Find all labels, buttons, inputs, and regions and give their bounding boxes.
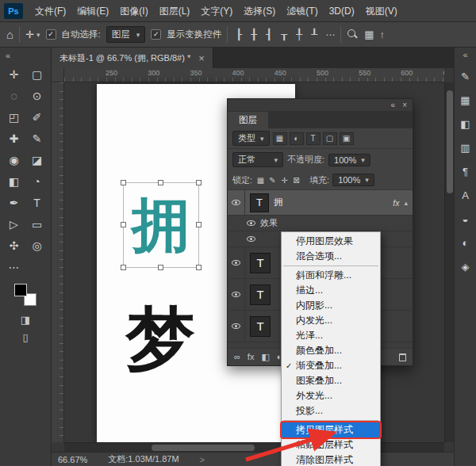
context-menu-item[interactable]: 内发光... (282, 313, 380, 328)
document-tab[interactable]: 未标题-1 @ 66.7% (拥, RGB/8#) * × (52, 48, 213, 68)
eraser-tool-icon[interactable]: ◪ (25, 149, 48, 170)
text-layer-thumbnail[interactable]: T (250, 316, 271, 337)
lock-transparent-pixels-icon[interactable]: ▦ (255, 176, 266, 185)
context-menu-item[interactable]: 斜面和浮雕... (282, 268, 380, 283)
opacity-dropdown[interactable]: 100% ▾ (328, 154, 370, 166)
scrollbar-thumb[interactable] (152, 445, 255, 451)
context-menu-item[interactable]: 投影... (282, 403, 380, 418)
context-menu-item[interactable]: 粘贴图层样式 (282, 437, 380, 453)
vertical-scrollbar[interactable] (444, 82, 454, 442)
effects-row[interactable]: 效果 (228, 216, 413, 231)
align-right-icon[interactable]: ┨ (263, 29, 274, 40)
context-menu-item[interactable]: 内阴影... (282, 298, 380, 313)
layer-style-icon[interactable]: fx (248, 352, 255, 362)
menu-item[interactable]: 选择(S) (238, 0, 281, 22)
transform-handle[interactable] (196, 222, 202, 227)
adjustments-panel-icon[interactable]: ◐ (456, 233, 475, 253)
brush-tool-icon[interactable]: ✎ (25, 128, 48, 149)
paragraph-panel-icon[interactable]: ¶ (456, 162, 475, 181)
transform-handle[interactable] (196, 180, 202, 185)
layer-mask-icon[interactable]: ◧ (261, 352, 269, 362)
zoom-level-field[interactable]: 66.67% (58, 455, 87, 464)
delete-layer-icon[interactable] (399, 353, 406, 361)
ruler-origin-corner[interactable] (52, 68, 64, 82)
layer-effects-badge[interactable]: fx (393, 198, 399, 208)
more-options-icon[interactable]: ⋯ (325, 29, 335, 40)
text-layer-thumbnail[interactable]: T (250, 253, 271, 273)
collapse-effects-icon[interactable]: ▴ (404, 199, 408, 207)
menu-item[interactable]: 文字(Y) (195, 0, 238, 22)
context-menu-item[interactable]: 停用图层效果 (282, 234, 380, 249)
text-layer-thumbnail[interactable]: T (250, 285, 271, 305)
eye-icon[interactable] (247, 220, 255, 226)
collapse-toolbar-icon[interactable]: « (0, 49, 16, 62)
transform-selection-box[interactable]: 拥 (123, 182, 199, 268)
edit-toolbar-icon[interactable]: ⋯ (2, 256, 25, 277)
filter-adjustment-layers-icon[interactable]: ◐ (290, 132, 304, 145)
filter-shape-layers-icon[interactable]: ▢ (323, 132, 337, 145)
vertical-ruler[interactable] (52, 82, 64, 442)
layer-row-selected[interactable]: T 拥 fx ▴ (228, 190, 413, 216)
status-options-chevron[interactable]: > (200, 455, 205, 464)
menu-item[interactable]: 编辑(E) (71, 0, 114, 22)
marquee-tool-icon[interactable]: ▢ (25, 63, 48, 85)
share-icon[interactable]: ↑ (380, 29, 386, 40)
rectangle-tool-icon[interactable]: ▭ (25, 213, 48, 235)
horizontal-ruler[interactable]: 250300350400450500550600650 (64, 68, 444, 82)
blend-mode-dropdown[interactable]: 正常 ▾ (232, 152, 283, 167)
lock-position-icon[interactable]: ✛ (279, 176, 290, 185)
context-menu-item[interactable]: 图案叠加... (282, 373, 380, 388)
lock-image-pixels-icon[interactable]: ✎ (267, 176, 278, 185)
close-icon[interactable]: × (402, 101, 407, 109)
collapse-panel-icon[interactable]: « (391, 101, 396, 109)
transform-handle[interactable] (121, 222, 126, 227)
visibility-toggle[interactable] (228, 311, 245, 342)
healing-brush-tool-icon[interactable]: ✚ (2, 128, 25, 149)
align-center-horizontal-icon[interactable]: ╂ (248, 29, 259, 40)
transform-handle[interactable] (158, 265, 163, 270)
align-middle-icon[interactable]: ╀ (294, 29, 305, 40)
context-menu-item[interactable]: 描边... (282, 283, 380, 298)
menu-item[interactable]: 图像(I) (114, 0, 153, 22)
link-layers-icon[interactable]: ∞ (234, 352, 240, 362)
menu-item[interactable]: 图层(L) (154, 0, 196, 22)
info-panel-icon[interactable]: ◈ (456, 257, 475, 277)
swatches-panel-icon[interactable]: ▦ (456, 90, 475, 110)
fill-dropdown[interactable]: 100% ▾ (332, 174, 374, 186)
current-tool-preview[interactable]: ✛ ▾ (25, 29, 40, 40)
menu-item[interactable]: 视图(V) (360, 0, 403, 22)
close-icon[interactable]: × (198, 52, 205, 64)
move-tool-icon[interactable]: ✛ (2, 63, 25, 85)
type-tool-icon[interactable]: T (25, 192, 48, 213)
lasso-tool-icon[interactable]: ◌ (2, 85, 25, 106)
context-menu-item[interactable]: ✓ 渐变叠加... (282, 358, 380, 373)
align-top-icon[interactable]: ┰ (278, 29, 290, 40)
menu-item[interactable]: 滤镜(T) (281, 0, 323, 22)
filter-type-layers-icon[interactable]: T (306, 132, 321, 145)
auto-select-target-dropdown[interactable]: 图层 ▾ (106, 26, 146, 43)
show-transform-checkbox[interactable]: ✓ (151, 29, 161, 40)
filter-pixel-layers-icon[interactable]: ▦ (273, 132, 287, 145)
lock-all-icon[interactable]: ⊠ (291, 176, 301, 185)
context-menu-item[interactable]: 外发光... (282, 388, 380, 403)
clone-stamp-tool-icon[interactable]: ◉ (2, 149, 25, 170)
scrollbar-thumb[interactable] (447, 90, 453, 193)
zoom-tool-icon[interactable]: ◎ (25, 235, 48, 256)
align-bottom-icon[interactable]: ┸ (309, 29, 320, 40)
menu-item[interactable]: 3D(D) (324, 0, 360, 22)
photoshop-logo[interactable]: Ps (4, 3, 23, 19)
menu-item[interactable]: 文件(F) (29, 0, 71, 22)
context-menu-item[interactable]: 颜色叠加... (282, 343, 380, 358)
context-menu-item[interactable]: 光泽... (282, 328, 380, 343)
auto-select-checkbox[interactable]: ✓ (46, 29, 56, 40)
brushes-panel-icon[interactable]: ✎ (456, 67, 475, 86)
workspace-switcher-icon[interactable]: ▦ (364, 29, 374, 40)
text-layer-thumbnail[interactable]: T (250, 193, 269, 212)
transform-handle[interactable] (196, 265, 202, 270)
transform-handle[interactable] (158, 180, 163, 185)
gradient-tool-icon[interactable]: ◧ (2, 170, 25, 192)
crop-tool-icon[interactable]: ◰ (2, 106, 25, 128)
context-menu-item[interactable]: 拷贝图层样式 (282, 422, 380, 437)
filter-type-dropdown[interactable]: 类型 ▾ (232, 131, 270, 146)
visibility-toggle[interactable] (228, 279, 245, 310)
